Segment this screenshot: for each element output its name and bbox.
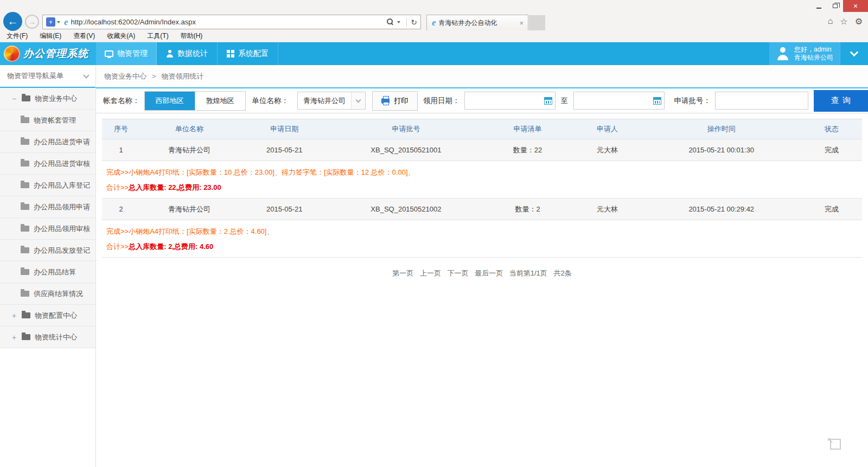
pagination-total: 共2条 bbox=[553, 269, 571, 277]
minimize-button[interactable] bbox=[810, 0, 827, 12]
resize-corner-widget[interactable]: ↖ bbox=[830, 439, 841, 450]
breadcrumb-separator: > bbox=[152, 72, 156, 80]
url-divider bbox=[406, 18, 407, 27]
nav-tab-label: 数据统计 bbox=[177, 49, 208, 59]
menu-tools[interactable]: 工具(T) bbox=[147, 31, 168, 41]
date-from-input[interactable] bbox=[465, 92, 541, 109]
region-button-west[interactable]: 西部地区 bbox=[145, 92, 195, 110]
content-area: 物资业务中心 > 物资领用统计 帐套名称： 西部地区 敦煌地区 单位名称： 青海… bbox=[96, 65, 868, 467]
folder-icon bbox=[22, 95, 30, 101]
table-row[interactable]: 2 青海钻井公司 2015-05-21 XB_SQ_20150521002 数量… bbox=[102, 199, 862, 220]
user-menu-toggle[interactable] bbox=[840, 42, 868, 65]
filter-bar: 帐套名称： 西部地区 敦煌地区 单位名称： 青海钻井公司 打印 领用日期： bbox=[96, 88, 868, 113]
favorites-star-icon[interactable]: ☆ bbox=[840, 16, 847, 27]
detail-total-text: 总入库数量: 22,总费用: 23.00 bbox=[129, 183, 221, 191]
batch-number-input[interactable] bbox=[715, 92, 808, 110]
sidebar-item-statistics-center[interactable]: + 物资统计中心 bbox=[0, 327, 95, 348]
tab-close-icon[interactable]: × bbox=[518, 19, 525, 27]
address-dropdown-icon[interactable] bbox=[57, 21, 60, 23]
calendar-icon[interactable] bbox=[544, 97, 552, 105]
expand-icon[interactable]: + bbox=[11, 311, 17, 320]
sidebar-item-account-mgmt[interactable]: 物资帐套管理 bbox=[0, 110, 95, 131]
resize-arrow-icon: ↖ bbox=[827, 436, 834, 445]
detail-items-text: 完成>>小钢炮A4打印纸：[实际数量：2 总价：4.60]、 bbox=[106, 227, 858, 236]
sidebar-item-purchase-apply[interactable]: 办公用品进货申请 bbox=[0, 131, 95, 153]
sidebar-item-distribution-register[interactable]: 办公用品发放登记 bbox=[0, 240, 95, 261]
detail-row: 完成>>小钢炮A4打印纸：[实际数量：2 总价：4.60]、 合计>>总入库数量… bbox=[102, 220, 862, 258]
chevron-down-icon bbox=[356, 97, 361, 103]
sidebar-item-label: 办公用品领用审核 bbox=[34, 224, 90, 234]
select-chevron-cell[interactable] bbox=[351, 92, 365, 109]
folder-icon bbox=[21, 139, 29, 145]
region-button-dunhuang[interactable]: 敦煌地区 bbox=[195, 92, 245, 110]
user-panel[interactable]: 您好，admin 青海钻井公司 bbox=[769, 42, 840, 65]
sidebar-item-settlement[interactable]: 办公用品结算 bbox=[0, 261, 95, 283]
sidebar-item-label: 供应商结算情况 bbox=[34, 289, 83, 299]
new-tab-button[interactable] bbox=[529, 15, 545, 30]
collapse-icon[interactable]: − bbox=[11, 94, 17, 103]
records-table: 序号 单位名称 申请日期 申请批号 申请清单 申请人 操作时间 状态 1 青海钻… bbox=[102, 119, 862, 258]
date-to-input[interactable] bbox=[574, 92, 650, 109]
nav-tab-materials[interactable]: 物资管理 bbox=[96, 42, 157, 65]
col-batch: 申请批号 bbox=[330, 119, 482, 139]
settings-gear-icon[interactable]: ⚙ bbox=[855, 16, 863, 27]
printer-icon bbox=[381, 98, 390, 104]
cell-applicant: 元大林 bbox=[573, 199, 642, 220]
app-logo: 办公管理系统 bbox=[0, 42, 96, 65]
close-button[interactable]: × bbox=[843, 0, 868, 12]
nav-tab-label: 系统配置 bbox=[238, 49, 269, 59]
detail-total-text: 总入库数量: 2,总费用: 4.60 bbox=[129, 242, 213, 251]
restore-button[interactable] bbox=[827, 0, 843, 12]
calendar-icon[interactable] bbox=[653, 97, 661, 105]
sidebar-item-config-center[interactable]: + 物资配置中心 bbox=[0, 305, 95, 327]
nav-tab-system-config[interactable]: 系统配置 bbox=[218, 42, 278, 65]
url-text[interactable]: http://localhost:62002/Admin/Index.aspx bbox=[71, 18, 386, 26]
home-icon[interactable]: ⌂ bbox=[828, 16, 833, 27]
sidebar-header[interactable]: 物资管理导航菜单 bbox=[0, 65, 95, 88]
sidebar-item-business-center[interactable]: − 物资业务中心 bbox=[0, 88, 95, 110]
menu-file[interactable]: 文件(F) bbox=[7, 31, 28, 41]
col-list: 申请清单 bbox=[482, 119, 573, 139]
refresh-icon[interactable]: ↻ bbox=[411, 18, 417, 27]
compatibility-icon[interactable]: + bbox=[46, 17, 55, 27]
table-row[interactable]: 1 青海钻井公司 2015-05-21 XB_SQ_20150521001 数量… bbox=[102, 139, 862, 161]
sidebar-item-label: 办公用品结算 bbox=[34, 267, 76, 277]
menu-help[interactable]: 帮助(H) bbox=[181, 31, 203, 41]
detail-row: 完成>>小钢炮A4打印纸：[实际数量：10 总价：23.00]、得力签字笔：[实… bbox=[102, 161, 862, 199]
search-icon[interactable] bbox=[386, 18, 393, 25]
cell-unit: 青海钻井公司 bbox=[140, 139, 239, 161]
account-set-label: 帐套名称： bbox=[103, 96, 140, 106]
print-button[interactable]: 打印 bbox=[372, 91, 418, 111]
sidebar-item-inbound-register[interactable]: 办公用品入库登记 bbox=[0, 175, 95, 196]
sidebar-item-purchase-review[interactable]: 办公用品进货审核 bbox=[0, 153, 95, 175]
print-button-label: 打印 bbox=[394, 96, 409, 106]
sidebar-item-label: 办公用品入库登记 bbox=[34, 181, 90, 190]
pagination-prev[interactable]: 上一页 bbox=[420, 269, 441, 277]
menu-favorites[interactable]: 收藏夹(A) bbox=[107, 31, 135, 41]
cell-unit: 青海钻井公司 bbox=[140, 199, 239, 220]
pagination-next[interactable]: 下一页 bbox=[448, 269, 469, 277]
table-header-row: 序号 单位名称 申请日期 申请批号 申请清单 申请人 操作时间 状态 bbox=[102, 119, 862, 139]
app-header: 办公管理系统 物资管理 数据统计 系统配置 您好，admin 青海钻井公司 bbox=[0, 42, 868, 65]
pagination-first[interactable]: 第一页 bbox=[392, 269, 413, 277]
sidebar-item-supplier-settlement[interactable]: 供应商结算情况 bbox=[0, 283, 95, 305]
expand-icon[interactable]: + bbox=[11, 333, 17, 342]
address-bar[interactable]: + e http://localhost:62002/Admin/Index.a… bbox=[42, 15, 421, 29]
back-button[interactable]: ← bbox=[3, 12, 22, 31]
nav-tab-statistics[interactable]: 数据统计 bbox=[157, 42, 218, 65]
menu-view[interactable]: 查看(V) bbox=[73, 31, 95, 41]
search-dropdown-icon[interactable] bbox=[397, 21, 400, 23]
unit-select[interactable]: 青海钻井公司 bbox=[297, 92, 366, 110]
col-time: 操作时间 bbox=[642, 119, 801, 139]
pagination-last[interactable]: 最后一页 bbox=[475, 269, 503, 277]
browser-tab[interactable]: e 青海钻井办公自动化 × bbox=[426, 15, 528, 30]
forward-button[interactable]: → bbox=[25, 15, 39, 29]
batch-number-label: 申请批号： bbox=[674, 96, 711, 106]
breadcrumb-parent[interactable]: 物资业务中心 bbox=[104, 72, 146, 81]
sidebar-item-use-review[interactable]: 办公用品领用审核 bbox=[0, 218, 95, 240]
sidebar-item-label: 办公用品领用申请 bbox=[34, 202, 90, 212]
search-button[interactable]: 查询 bbox=[814, 90, 868, 112]
sidebar-item-use-apply[interactable]: 办公用品领用申请 bbox=[0, 196, 95, 218]
menu-edit[interactable]: 编辑(E) bbox=[40, 31, 61, 41]
petrochina-logo-icon bbox=[4, 46, 20, 62]
